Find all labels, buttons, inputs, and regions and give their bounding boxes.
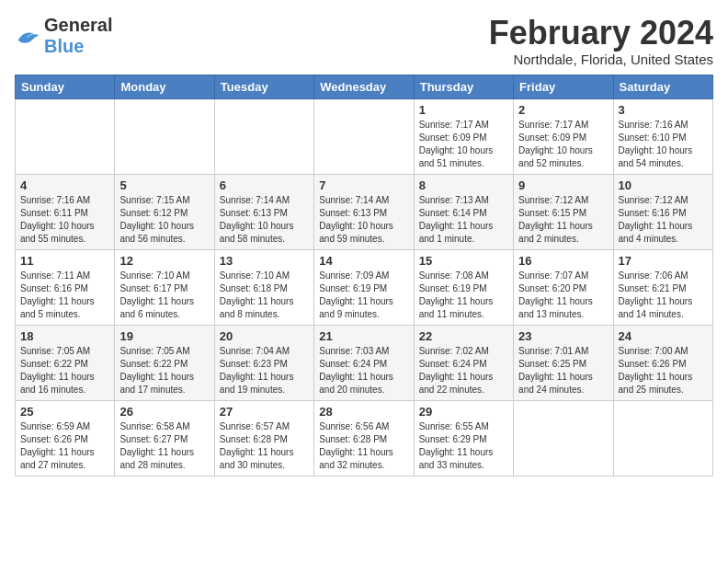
cell-content: Sunrise: 7:16 AM Sunset: 6:11 PM Dayligh… <box>20 194 109 246</box>
calendar-cell: 20Sunrise: 7:04 AM Sunset: 6:23 PM Dayli… <box>214 325 313 400</box>
calendar-cell <box>16 98 115 174</box>
calendar-cell: 27Sunrise: 6:57 AM Sunset: 6:28 PM Dayli… <box>214 400 313 476</box>
calendar-cell <box>613 400 712 476</box>
day-number: 28 <box>319 405 408 419</box>
calendar-week-5: 25Sunrise: 6:59 AM Sunset: 6:26 PM Dayli… <box>16 400 713 476</box>
calendar-cell: 24Sunrise: 7:00 AM Sunset: 6:26 PM Dayli… <box>613 325 712 400</box>
calendar-cell: 6Sunrise: 7:14 AM Sunset: 6:13 PM Daylig… <box>214 174 313 249</box>
cell-content: Sunrise: 7:01 AM Sunset: 6:25 PM Dayligh… <box>518 345 608 396</box>
day-number: 18 <box>20 329 109 343</box>
cell-content: Sunrise: 6:55 AM Sunset: 6:29 PM Dayligh… <box>419 420 508 472</box>
weekday-header-monday: Monday <box>115 75 214 98</box>
day-number: 13 <box>220 254 309 268</box>
calendar-cell: 23Sunrise: 7:01 AM Sunset: 6:25 PM Dayli… <box>514 325 613 400</box>
weekday-header-row: SundayMondayTuesdayWednesdayThursdayFrid… <box>16 75 713 98</box>
cell-content: Sunrise: 7:16 AM Sunset: 6:10 PM Dayligh… <box>619 119 708 170</box>
cell-content: Sunrise: 7:03 AM Sunset: 6:24 PM Dayligh… <box>319 345 408 396</box>
calendar-cell: 12Sunrise: 7:10 AM Sunset: 6:17 PM Dayli… <box>115 249 214 325</box>
calendar-cell: 18Sunrise: 7:05 AM Sunset: 6:22 PM Dayli… <box>16 325 115 400</box>
day-number: 5 <box>119 178 209 192</box>
day-number: 27 <box>220 405 309 419</box>
header-area: General Blue February 2024 Northdale, Fl… <box>15 15 713 67</box>
calendar-week-1: 1Sunrise: 7:17 AM Sunset: 6:09 PM Daylig… <box>16 98 713 174</box>
location: Northdale, Florida, United States <box>489 52 713 67</box>
cell-content: Sunrise: 7:04 AM Sunset: 6:23 PM Dayligh… <box>220 345 309 396</box>
day-number: 26 <box>119 405 209 419</box>
day-number: 24 <box>619 329 708 343</box>
calendar-week-3: 11Sunrise: 7:11 AM Sunset: 6:16 PM Dayli… <box>16 249 713 325</box>
calendar-week-2: 4Sunrise: 7:16 AM Sunset: 6:11 PM Daylig… <box>16 174 713 249</box>
cell-content: Sunrise: 6:57 AM Sunset: 6:28 PM Dayligh… <box>220 420 309 472</box>
calendar-cell <box>514 400 613 476</box>
cell-content: Sunrise: 7:14 AM Sunset: 6:13 PM Dayligh… <box>220 194 309 246</box>
cell-content: Sunrise: 7:12 AM Sunset: 6:16 PM Dayligh… <box>619 194 708 246</box>
day-number: 17 <box>619 254 708 268</box>
calendar-cell: 1Sunrise: 7:17 AM Sunset: 6:09 PM Daylig… <box>414 98 513 174</box>
weekday-header-tuesday: Tuesday <box>214 75 313 98</box>
page: General Blue February 2024 Northdale, Fl… <box>0 0 728 484</box>
day-number: 12 <box>119 254 209 268</box>
day-number: 3 <box>619 103 708 117</box>
calendar-week-4: 18Sunrise: 7:05 AM Sunset: 6:22 PM Dayli… <box>16 325 713 400</box>
day-number: 22 <box>419 329 508 343</box>
weekday-header-friday: Friday <box>514 75 613 98</box>
day-number: 1 <box>419 103 508 117</box>
calendar-cell: 28Sunrise: 6:56 AM Sunset: 6:28 PM Dayli… <box>314 400 414 476</box>
calendar-cell <box>115 98 214 174</box>
day-number: 14 <box>319 254 408 268</box>
weekday-header-thursday: Thursday <box>414 75 513 98</box>
calendar-cell: 10Sunrise: 7:12 AM Sunset: 6:16 PM Dayli… <box>613 174 712 249</box>
day-number: 29 <box>419 405 508 419</box>
calendar-cell <box>214 98 313 174</box>
day-number: 20 <box>220 329 309 343</box>
calendar-cell: 5Sunrise: 7:15 AM Sunset: 6:12 PM Daylig… <box>115 174 214 249</box>
calendar-cell: 8Sunrise: 7:13 AM Sunset: 6:14 PM Daylig… <box>414 174 513 249</box>
cell-content: Sunrise: 7:17 AM Sunset: 6:09 PM Dayligh… <box>419 119 508 170</box>
cell-content: Sunrise: 7:13 AM Sunset: 6:14 PM Dayligh… <box>419 194 508 246</box>
month-title: February 2024 <box>489 15 713 52</box>
calendar-cell <box>314 98 414 174</box>
calendar-cell: 2Sunrise: 7:17 AM Sunset: 6:09 PM Daylig… <box>514 98 613 174</box>
calendar-cell: 11Sunrise: 7:11 AM Sunset: 6:16 PM Dayli… <box>16 249 115 325</box>
cell-content: Sunrise: 7:09 AM Sunset: 6:19 PM Dayligh… <box>319 270 408 321</box>
day-number: 2 <box>518 103 608 117</box>
day-number: 23 <box>518 329 608 343</box>
cell-content: Sunrise: 7:02 AM Sunset: 6:24 PM Dayligh… <box>419 345 508 396</box>
weekday-header-sunday: Sunday <box>16 75 115 98</box>
cell-content: Sunrise: 7:11 AM Sunset: 6:16 PM Dayligh… <box>20 270 109 321</box>
calendar-table: SundayMondayTuesdayWednesdayThursdayFrid… <box>15 75 713 477</box>
calendar-cell: 4Sunrise: 7:16 AM Sunset: 6:11 PM Daylig… <box>16 174 115 249</box>
cell-content: Sunrise: 7:15 AM Sunset: 6:12 PM Dayligh… <box>119 194 209 246</box>
cell-content: Sunrise: 7:05 AM Sunset: 6:22 PM Dayligh… <box>119 345 209 396</box>
calendar-cell: 14Sunrise: 7:09 AM Sunset: 6:19 PM Dayli… <box>314 249 414 325</box>
logo-icon <box>15 29 40 45</box>
day-number: 16 <box>518 254 608 268</box>
calendar-cell: 13Sunrise: 7:10 AM Sunset: 6:18 PM Dayli… <box>214 249 313 325</box>
logo-text-general: General <box>44 15 112 35</box>
cell-content: Sunrise: 6:58 AM Sunset: 6:27 PM Dayligh… <box>119 420 209 472</box>
day-number: 11 <box>20 254 109 268</box>
calendar-cell: 19Sunrise: 7:05 AM Sunset: 6:22 PM Dayli… <box>115 325 214 400</box>
cell-content: Sunrise: 7:12 AM Sunset: 6:15 PM Dayligh… <box>518 194 608 246</box>
calendar-cell: 16Sunrise: 7:07 AM Sunset: 6:20 PM Dayli… <box>514 249 613 325</box>
calendar-cell: 17Sunrise: 7:06 AM Sunset: 6:21 PM Dayli… <box>613 249 712 325</box>
day-number: 15 <box>419 254 508 268</box>
cell-content: Sunrise: 7:10 AM Sunset: 6:18 PM Dayligh… <box>220 270 309 321</box>
day-number: 25 <box>20 405 109 419</box>
logo: General Blue <box>15 15 112 57</box>
cell-content: Sunrise: 6:56 AM Sunset: 6:28 PM Dayligh… <box>319 420 408 472</box>
calendar-cell: 3Sunrise: 7:16 AM Sunset: 6:10 PM Daylig… <box>613 98 712 174</box>
day-number: 9 <box>518 178 608 192</box>
cell-content: Sunrise: 7:08 AM Sunset: 6:19 PM Dayligh… <box>419 270 508 321</box>
calendar-cell: 21Sunrise: 7:03 AM Sunset: 6:24 PM Dayli… <box>314 325 414 400</box>
cell-content: Sunrise: 7:07 AM Sunset: 6:20 PM Dayligh… <box>518 270 608 321</box>
cell-content: Sunrise: 7:17 AM Sunset: 6:09 PM Dayligh… <box>518 119 608 170</box>
cell-content: Sunrise: 7:10 AM Sunset: 6:17 PM Dayligh… <box>119 270 209 321</box>
calendar-cell: 29Sunrise: 6:55 AM Sunset: 6:29 PM Dayli… <box>414 400 513 476</box>
day-number: 8 <box>419 178 508 192</box>
cell-content: Sunrise: 7:06 AM Sunset: 6:21 PM Dayligh… <box>619 270 708 321</box>
day-number: 10 <box>619 178 708 192</box>
calendar-cell: 25Sunrise: 6:59 AM Sunset: 6:26 PM Dayli… <box>16 400 115 476</box>
cell-content: Sunrise: 7:00 AM Sunset: 6:26 PM Dayligh… <box>619 345 708 396</box>
cell-content: Sunrise: 7:05 AM Sunset: 6:22 PM Dayligh… <box>20 345 109 396</box>
